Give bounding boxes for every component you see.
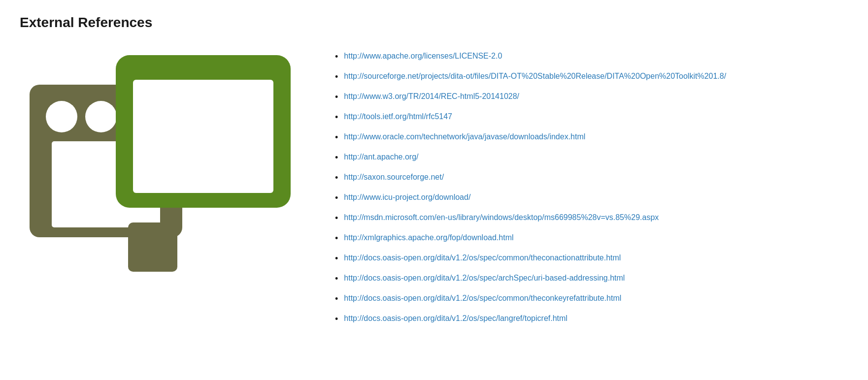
icon-container [20,45,305,282]
external-link[interactable]: http://saxon.sourceforge.net/ [344,171,444,183]
svg-point-1 [46,101,77,132]
external-link[interactable]: http://docs.oasis-open.org/dita/v1.2/os/… [344,252,621,264]
external-link[interactable]: http://ant.apache.org/ [344,151,418,163]
list-item: http://docs.oasis-open.org/dita/v1.2/os/… [335,252,848,265]
svg-rect-6 [128,222,177,272]
page-title: External References [20,15,848,31]
list-item: http://www.icu-project.org/download/ [335,191,848,205]
list-item: http://xmlgraphics.apache.org/fop/downlo… [335,232,848,245]
external-link[interactable]: http://www.w3.org/TR/2014/REC-html5-2014… [344,91,519,102]
external-link[interactable]: http://tools.ietf.org/html/rfc5147 [344,111,452,123]
list-item: http://docs.oasis-open.org/dita/v1.2/os/… [335,292,848,306]
list-item: http://saxon.sourceforge.net/ [335,171,848,185]
svg-rect-5 [133,80,273,193]
content-area: http://www.apache.org/licenses/LICENSE-2… [20,45,848,333]
list-item: http://tools.ietf.org/html/rfc5147 [335,111,848,124]
links-list: http://www.apache.org/licenses/LICENSE-2… [335,50,848,333]
external-link[interactable]: http://docs.oasis-open.org/dita/v1.2/os/… [344,292,621,304]
list-item: http://www.apache.org/licenses/LICENSE-2… [335,50,848,63]
external-link[interactable]: http://docs.oasis-open.org/dita/v1.2/os/… [344,313,568,324]
svg-point-2 [85,101,117,132]
external-link[interactable]: http://www.apache.org/licenses/LICENSE-2… [344,50,502,62]
external-link[interactable]: http://www.icu-project.org/download/ [344,191,470,203]
dita-icon [25,45,300,282]
list-item: http://docs.oasis-open.org/dita/v1.2/os/… [335,313,848,326]
list-item: http://docs.oasis-open.org/dita/v1.2/os/… [335,272,848,285]
external-link[interactable]: http://docs.oasis-open.org/dita/v1.2/os/… [344,272,625,284]
external-link[interactable]: http://msdn.microsoft.com/en-us/library/… [344,212,659,223]
external-link[interactable]: http://sourceforge.net/projects/dita-ot/… [344,70,726,82]
external-link[interactable]: http://www.oracle.com/technetwork/java/j… [344,131,585,143]
list-item: http://msdn.microsoft.com/en-us/library/… [335,212,848,225]
list-item: http://ant.apache.org/ [335,151,848,164]
list-item: http://sourceforge.net/projects/dita-ot/… [335,70,848,84]
list-item: http://www.oracle.com/technetwork/java/j… [335,131,848,144]
external-link[interactable]: http://xmlgraphics.apache.org/fop/downlo… [344,232,513,244]
list-item: http://www.w3.org/TR/2014/REC-html5-2014… [335,91,848,104]
